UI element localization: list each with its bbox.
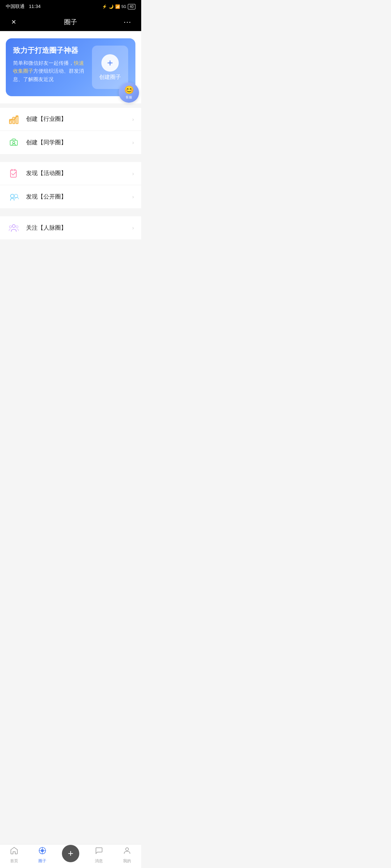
svg-point-9 xyxy=(10,194,14,198)
banner-card: 致力于打造圈子神器 简单和微信好友一起传播，快速收集圈子方便组织活动、群发消息、… xyxy=(6,38,135,96)
customer-service-button[interactable]: 😊 客服 xyxy=(119,82,139,103)
page-title: 圈子 xyxy=(64,18,77,26)
menu-section-discover: 发现【活动圈】 › 发现【公开圈】 › xyxy=(0,162,141,208)
menu-item-industry[interactable]: 创建【行业圈】 › xyxy=(0,108,141,131)
menu-item-public[interactable]: 发现【公开圈】 › xyxy=(0,185,141,208)
close-button[interactable]: × xyxy=(7,16,20,29)
nav-bar: × 圈子 ··· xyxy=(0,13,141,31)
classmate-icon xyxy=(7,136,20,149)
menu-item-network[interactable]: 关注【人脉圈】 › xyxy=(0,216,141,239)
svg-point-7 xyxy=(13,141,15,144)
chevron-right-icon: › xyxy=(132,140,134,145)
svg-point-11 xyxy=(12,225,15,227)
svg-point-12 xyxy=(9,226,12,228)
public-label: 发现【公开圈】 xyxy=(26,193,132,201)
banner-text-area: 致力于打造圈子神器 简单和微信好友一起传播，快速收集圈子方便组织活动、群发消息、… xyxy=(13,46,88,89)
chevron-right-icon: › xyxy=(132,171,134,176)
network-label: 关注【人脉圈】 xyxy=(26,224,132,232)
create-circle-button[interactable]: + 创建圈子 xyxy=(92,46,128,89)
carrier-time: 中国联通 11:34 xyxy=(6,3,41,10)
cs-icon: 😊 xyxy=(124,85,134,95)
chevron-right-icon: › xyxy=(132,225,134,231)
svg-point-13 xyxy=(16,226,18,228)
more-button[interactable]: ··· xyxy=(121,16,134,29)
plus-icon: + xyxy=(101,54,119,72)
banner-section: 致力于打造圈子神器 简单和微信好友一起传播，快速收集圈子方便组织活动、群发消息、… xyxy=(0,31,141,103)
create-circle-label: 创建圈子 xyxy=(99,74,121,81)
status-icons: ⚡ 🌙 📶 5G 40 xyxy=(102,4,135,9)
wifi-icon: 📶 xyxy=(115,4,120,9)
industry-icon xyxy=(7,113,20,126)
banner-description: 简单和微信好友一起传播，快速收集圈子方便组织活动、群发消息、了解圈友近况 xyxy=(13,59,88,83)
svg-rect-6 xyxy=(10,140,17,145)
industry-label: 创建【行业圈】 xyxy=(26,115,132,123)
cs-label: 客服 xyxy=(126,95,132,100)
bluetooth-icon: ⚡ xyxy=(102,4,107,9)
content-spacer xyxy=(0,239,141,268)
status-bar: 中国联通 11:34 ⚡ 🌙 📶 5G 40 xyxy=(0,0,141,13)
menu-item-activity[interactable]: 发现【活动圈】 › xyxy=(0,162,141,185)
banner-title: 致力于打造圈子神器 xyxy=(13,46,88,55)
battery-icon: 40 xyxy=(128,4,135,9)
menu-section-follow: 关注【人脉圈】 › xyxy=(0,216,141,239)
chevron-right-icon: › xyxy=(132,194,134,200)
network-icon xyxy=(7,221,20,234)
menu-item-classmate[interactable]: 创建【同学圈】 › xyxy=(0,131,141,154)
activity-icon xyxy=(7,167,20,180)
signal-icon: 5G xyxy=(122,5,126,9)
chevron-right-icon: › xyxy=(132,116,134,122)
moon-icon: 🌙 xyxy=(109,4,114,9)
public-icon xyxy=(7,190,20,203)
classmate-label: 创建【同学圈】 xyxy=(26,139,132,146)
menu-divider-1 xyxy=(0,154,141,158)
menu-section-create: 创建【行业圈】 › 创建【同学圈】 › xyxy=(0,108,141,154)
svg-rect-2 xyxy=(13,117,15,124)
menu-divider-2 xyxy=(0,208,141,212)
activity-label: 发现【活动圈】 xyxy=(26,170,132,177)
